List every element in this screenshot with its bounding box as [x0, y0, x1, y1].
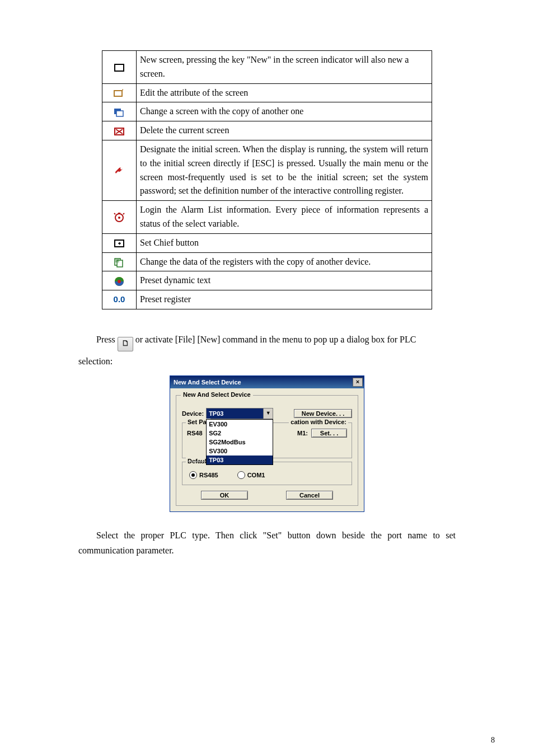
- table-row: New screen, pressing the key "New" in th…: [102, 51, 432, 84]
- combo-option[interactable]: SG2ModBus: [207, 438, 273, 447]
- table-row: Preset dynamic text: [102, 271, 432, 290]
- chief-button-icon: [113, 238, 126, 249]
- close-icon[interactable]: ×: [353, 378, 363, 387]
- device-label: Device:: [182, 410, 204, 417]
- desc-cell: Change a screen with the copy of another…: [137, 102, 432, 121]
- table-row: Change the data of the registers with th…: [102, 252, 432, 271]
- ok-button[interactable]: OK: [201, 491, 248, 500]
- instruction-paragraph-1b: selection:: [78, 354, 456, 369]
- desc-cell: Login the Alarm List information. Every …: [137, 201, 432, 234]
- device-combo[interactable]: TP03 ▼ EV300 SG2 SG2ModBus SV300 TP03: [206, 408, 273, 419]
- preset-register-icon: 0.0: [114, 294, 125, 304]
- rs485-port-label: RS48: [187, 430, 203, 436]
- table-row: Set Chief button: [102, 233, 432, 252]
- cancel-button[interactable]: Cancel: [286, 491, 333, 500]
- settings-wrench-icon: [113, 166, 126, 177]
- combo-option[interactable]: EV300: [207, 420, 273, 429]
- group-default-option: Default option RS485 COM1: [182, 462, 352, 485]
- desc-cell: Edit the attribute of the screen: [137, 83, 432, 102]
- combo-option[interactable]: SG2: [207, 429, 273, 438]
- instruction-paragraph-1: Press or activate [File] [New] command i…: [78, 332, 456, 351]
- new-select-device-dialog: New And Select Device × New And Select D…: [170, 375, 364, 512]
- radio-com1[interactable]: COM1: [237, 471, 265, 479]
- desc-cell: Delete the current screen: [137, 121, 432, 140]
- table-row: 0.0 Preset register: [102, 290, 432, 309]
- desc-cell: Set Chief button: [137, 233, 432, 252]
- new-file-toolbar-icon: [118, 337, 133, 351]
- setpar-label-right: cation with Device:: [289, 419, 348, 425]
- dialog-title: New And Select Device: [174, 379, 241, 386]
- new-device-button[interactable]: New Device. . .: [294, 409, 352, 418]
- table-row: Edit the attribute of the screen: [102, 83, 432, 102]
- desc-cell: Preset dynamic text: [137, 271, 432, 290]
- desc-cell: Designate the initial screen. When the d…: [137, 140, 432, 200]
- m1-port-label: M1:: [297, 430, 308, 436]
- preset-dynamic-text-icon: [113, 276, 126, 287]
- table-row: Delete the current screen: [102, 121, 432, 140]
- page-number: 8: [491, 736, 495, 745]
- group-label: New And Select Device: [181, 391, 253, 398]
- instruction-paragraph-2: Select the proper PLC type. Then click "…: [78, 528, 456, 558]
- device-combo-value: TP03: [207, 408, 263, 419]
- table-row: Login the Alarm List information. Every …: [102, 201, 432, 234]
- combo-option[interactable]: SV300: [207, 447, 273, 456]
- dialog-titlebar: New And Select Device ×: [170, 376, 364, 388]
- copy-screen-icon: [113, 107, 126, 118]
- chevron-down-icon[interactable]: ▼: [263, 408, 273, 419]
- table-row: Designate the initial screen. When the d…: [102, 140, 432, 200]
- set-button[interactable]: Set. . .: [311, 429, 347, 438]
- copy-device-data-icon: [113, 257, 126, 268]
- edit-attribute-icon: [113, 88, 126, 99]
- new-screen-icon: [113, 62, 126, 73]
- desc-cell: Preset register: [137, 290, 432, 309]
- toolbar-description-table: New screen, pressing the key "New" in th…: [102, 50, 432, 309]
- alarm-list-icon: [113, 212, 126, 223]
- combo-option-selected[interactable]: TP03: [207, 456, 273, 464]
- radio-rs485[interactable]: RS485: [189, 471, 218, 479]
- delete-screen-icon: [113, 126, 126, 137]
- desc-cell: New screen, pressing the key "New" in th…: [137, 51, 432, 84]
- group-new-select-device: New And Select Device Device: TP03 ▼ EV3…: [176, 395, 358, 506]
- desc-cell: Change the data of the registers with th…: [137, 252, 432, 271]
- device-combo-dropdown: EV300 SG2 SG2ModBus SV300 TP03: [206, 419, 273, 465]
- table-row: Change a screen with the copy of another…: [102, 102, 432, 121]
